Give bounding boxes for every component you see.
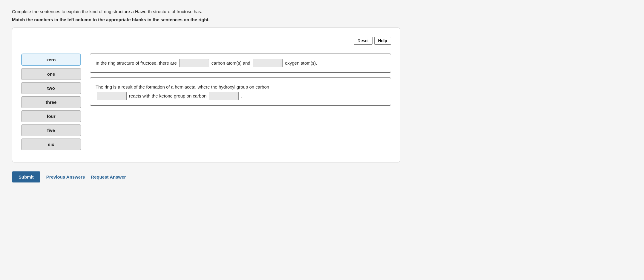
sentence-line-2: The ring is a result of the formation of… xyxy=(96,83,385,92)
drop-box-3[interactable] xyxy=(97,92,127,100)
bottom-bar: Submit Previous Answers Request Answer xyxy=(12,171,632,182)
previous-answers-button[interactable]: Previous Answers xyxy=(46,174,85,179)
drop-box-2[interactable] xyxy=(253,59,283,67)
top-buttons: Reset Help xyxy=(21,37,391,45)
sentence-2-part-1: The ring is a result of the formation of… xyxy=(96,83,269,92)
sentence-2-part-3: . xyxy=(241,92,242,101)
sentence-line-3: reacts with the ketone group on carbon . xyxy=(96,92,385,101)
sentence-line-1: In the ring structure of fructose, there… xyxy=(96,59,385,68)
help-button[interactable]: Help xyxy=(374,37,391,45)
reset-button[interactable]: Reset xyxy=(354,37,372,45)
content-area: zero one two three four five six In the … xyxy=(21,54,391,150)
number-item-six[interactable]: six xyxy=(21,139,81,150)
sentence-1-part-1: In the ring structure of fructose, there… xyxy=(96,59,177,68)
request-answer-button[interactable]: Request Answer xyxy=(91,174,126,179)
number-item-one[interactable]: one xyxy=(21,68,81,80)
number-item-four[interactable]: four xyxy=(21,110,81,122)
left-column: zero one two three four five six xyxy=(21,54,81,150)
sentence-2-part-2: reacts with the ketone group on carbon xyxy=(129,92,206,101)
sentence-box-1: In the ring structure of fructose, there… xyxy=(90,54,391,73)
right-column: In the ring structure of fructose, there… xyxy=(90,54,391,106)
sentence-1-part-2: carbon atom(s) and xyxy=(211,59,250,68)
main-container: Reset Help zero one two three four five … xyxy=(12,28,400,162)
drop-box-4[interactable] xyxy=(209,92,239,100)
number-item-two[interactable]: two xyxy=(21,82,81,94)
sentence-box-2: The ring is a result of the formation of… xyxy=(90,77,391,106)
instructions-text: Complete the sentences to explain the ki… xyxy=(12,9,632,14)
sentence-1-part-3: oxygen atom(s). xyxy=(285,59,317,68)
number-item-five[interactable]: five xyxy=(21,124,81,136)
submit-button[interactable]: Submit xyxy=(12,171,40,182)
instructions-bold: Match the numbers in the left column to … xyxy=(12,17,632,22)
number-item-three[interactable]: three xyxy=(21,96,81,108)
drop-box-1[interactable] xyxy=(179,59,209,67)
number-item-zero[interactable]: zero xyxy=(21,54,81,66)
